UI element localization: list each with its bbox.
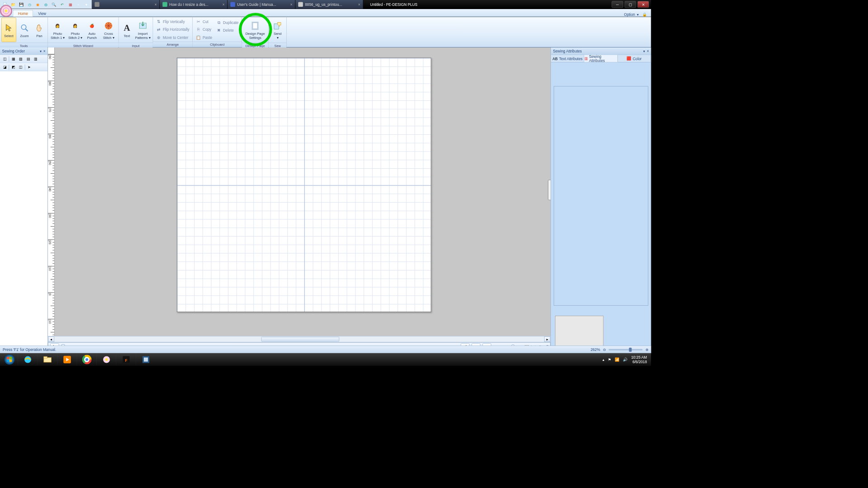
browser-tab[interactable]: 8856_ug_us_printou...× — [295, 0, 363, 9]
close-icon[interactable]: × — [358, 2, 360, 6]
move-to-center-button[interactable]: ⊕Move to Center — [154, 33, 191, 41]
send-button[interactable]: Send ▾ — [270, 18, 285, 42]
tray-network-icon[interactable]: 📶 — [615, 357, 620, 362]
zoom-thumb[interactable] — [629, 347, 632, 351]
text-button[interactable]: AText — [120, 18, 134, 42]
ribbon-tab-strip: Home View Option ▾ 🔒 — [0, 9, 651, 17]
cross-stitch-button[interactable]: Cross Stitch ▾ — [100, 18, 117, 42]
browser-tab[interactable]: User's Guide | Manua...× — [228, 0, 295, 9]
flip-vertically-button[interactable]: ⇅Flip Vertically — [154, 18, 191, 25]
taskbar-app-icon[interactable]: F — [116, 354, 136, 366]
group-arrange: ⇅Flip Vertically ⇄Flip Horizontally ⊕Mov… — [153, 17, 193, 47]
delete-button[interactable]: ✖Delete — [214, 26, 240, 34]
toolbar-icon[interactable]: ▨ — [17, 56, 24, 62]
toolbar-icon[interactable]: ◪ — [1, 64, 8, 71]
scroll-right-icon[interactable]: ▸ — [544, 336, 550, 342]
tab-label: 8856_ug_us_printou... — [305, 2, 342, 6]
panel-toolbar: ◪ ◩ ◫ ➤ — [0, 63, 47, 71]
start-button[interactable] — [1, 354, 18, 366]
btn-label: Import Patterns ▾ — [135, 32, 151, 40]
ruler-corner — [48, 47, 55, 54]
import-patterns-button[interactable]: Import Patterns ▾ — [134, 18, 152, 42]
taskbar-app-icon[interactable] — [136, 354, 156, 366]
close-button[interactable]: ✕ — [637, 1, 649, 8]
qat-tool-icon[interactable]: ◷ — [26, 1, 33, 9]
duplicate-button[interactable]: ⧉Duplicate — [214, 19, 240, 26]
maximize-button[interactable]: ▢ — [625, 1, 636, 8]
qat-tool-icon[interactable]: ◉ — [34, 1, 42, 9]
qat-zoom-icon[interactable]: 🔍 — [50, 1, 58, 9]
browser-tab[interactable]: × — [92, 0, 160, 9]
tab-home[interactable]: Home — [13, 10, 33, 17]
tray-up-icon[interactable]: ▴ — [602, 357, 605, 362]
tray-volume-icon[interactable]: 🔊 — [623, 357, 628, 362]
toolbar-icon[interactable]: ▦ — [10, 56, 17, 62]
taskbar-explorer-icon[interactable] — [38, 354, 57, 366]
design-page-settings-button[interactable]: Design Page Settings — [243, 18, 267, 42]
flip-horizontally-button[interactable]: ⇄Flip Horizontally — [154, 26, 191, 33]
tray-clock[interactable]: 10:25 AM 6/6/2018 — [631, 355, 647, 364]
toolbar-icon[interactable]: ◫ — [17, 64, 24, 71]
group-sew: Send ▾ Sew — [269, 17, 287, 47]
cursor-icon[interactable]: ➤ — [26, 64, 33, 71]
panel-menu-icon[interactable]: ▾ — [40, 49, 42, 53]
app-menu-button[interactable] — [0, 5, 12, 17]
close-icon[interactable]: × — [155, 2, 157, 6]
close-icon[interactable]: × — [223, 2, 225, 6]
tab-text-attributes[interactable]: ABText Attributes — [551, 55, 584, 62]
cut-button[interactable]: ✂Cut — [194, 18, 214, 25]
taskbar-ie-icon[interactable] — [18, 354, 38, 366]
tab-sewing-attributes[interactable]: ▥Sewing Attributes — [584, 55, 618, 62]
zoom-in-icon[interactable]: ⊕ — [645, 347, 649, 352]
taskbar-chrome-icon[interactable] — [77, 354, 97, 366]
group-label: Arrange — [153, 42, 192, 47]
toolbar-icon[interactable]: ◩ — [10, 64, 17, 71]
qat-undo-icon[interactable]: ↶ — [58, 1, 66, 9]
zoom-slider[interactable] — [609, 349, 643, 350]
photo-stitch-1-button[interactable]: 👩Photo Stitch 1 ▾ — [49, 18, 66, 42]
btn-label: Pan — [36, 34, 42, 38]
qat-tool-icon[interactable]: ▦ — [66, 1, 74, 9]
scroll-left-icon[interactable]: ◂ — [48, 336, 55, 342]
toolbar-icon[interactable]: ▤ — [25, 56, 32, 62]
hand-icon — [34, 22, 45, 33]
qat-tool-icon[interactable]: ◍ — [42, 1, 50, 9]
panel-close-icon[interactable]: × — [647, 49, 649, 53]
paste-button[interactable]: 📋Paste — [194, 33, 214, 41]
copy-button[interactable]: ⎘Copy — [194, 26, 214, 33]
qat-dropdown-icon[interactable]: ▾ — [83, 1, 90, 9]
tab-color[interactable]: 🟥Color — [617, 55, 651, 62]
pan-button[interactable]: Pan — [33, 18, 46, 42]
vertical-scroll-thumb[interactable] — [548, 180, 550, 200]
auto-punch-button[interactable]: 🍎Auto Punch — [85, 18, 100, 42]
qat-tool-icon[interactable]: ▫ — [75, 1, 82, 9]
svg-line-3 — [25, 28, 28, 31]
zoom-button[interactable]: Zoom — [17, 18, 32, 42]
svg-rect-14 — [7, 357, 9, 359]
tray-flag-icon[interactable]: ⚑ — [608, 357, 612, 362]
panel-close-icon[interactable]: × — [43, 49, 46, 53]
qat-save-icon[interactable]: 💾 — [18, 1, 25, 9]
svg-rect-16 — [7, 360, 9, 362]
sewing-order-list[interactable] — [0, 71, 47, 353]
browser-tab[interactable]: How do I resize a des...× — [160, 0, 228, 9]
tab-view[interactable]: View — [33, 10, 51, 17]
group-label: Clipboard — [193, 42, 242, 47]
minimize-button[interactable]: ─ — [612, 1, 623, 8]
horizontal-scroll-thumb[interactable] — [261, 337, 340, 342]
status-help-text: Press 'F1' for Operation Manual. — [3, 347, 56, 351]
close-icon[interactable]: × — [290, 2, 293, 6]
horizontal-scrollbar[interactable]: ◂ ▸ — [48, 336, 551, 342]
zoom-out-icon[interactable]: ⊖ — [603, 347, 606, 352]
canvas[interactable] — [55, 54, 551, 336]
design-page[interactable] — [177, 58, 432, 313]
taskbar-media-icon[interactable] — [57, 354, 77, 366]
toolbar-icon[interactable]: ◫ — [1, 56, 8, 62]
cursor-icon — [4, 22, 14, 33]
toolbar-icon[interactable]: ▥ — [32, 56, 39, 62]
photo-stitch-2-button[interactable]: 👩Photo Stitch 2 ▾ — [67, 18, 84, 42]
taskbar-pe-design-icon[interactable] — [96, 354, 116, 366]
option-menu[interactable]: Option ▾ 🔒 — [624, 12, 647, 17]
panel-menu-icon[interactable]: ▾ — [643, 49, 645, 53]
select-button[interactable]: Select — [1, 18, 16, 42]
